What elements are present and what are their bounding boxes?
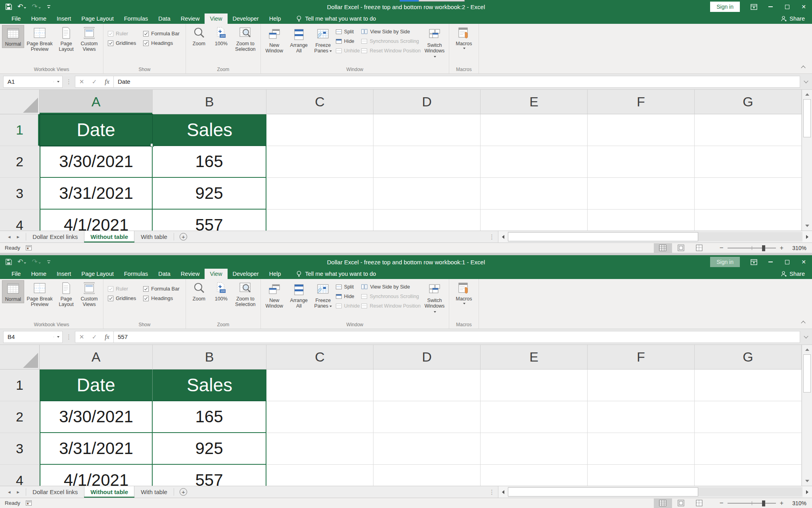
tab-formulas[interactable]: Formulas bbox=[119, 269, 153, 279]
cell-a1[interactable]: Date bbox=[40, 114, 153, 146]
vertical-scrollbar[interactable] bbox=[802, 90, 812, 231]
cell-d4[interactable] bbox=[373, 210, 481, 231]
zoom-slider-thumb[interactable] bbox=[762, 245, 765, 251]
page-break-preview-button[interactable]: Page Break Preview bbox=[24, 25, 55, 53]
cell-a2[interactable]: 3/30/2021 bbox=[40, 146, 153, 178]
tab-file[interactable]: File bbox=[6, 269, 26, 279]
column-header-a[interactable]: A bbox=[40, 345, 153, 369]
close-button[interactable]: ✕ bbox=[795, 0, 812, 13]
hide-button[interactable]: Hide bbox=[336, 37, 360, 45]
sheet-tab-with-table[interactable]: With table bbox=[134, 231, 174, 242]
zoom-out-icon[interactable]: − bbox=[720, 499, 724, 507]
split-button[interactable]: Split bbox=[336, 27, 360, 36]
cell-c3[interactable] bbox=[266, 433, 373, 465]
horizontal-scrollbar-thumb[interactable] bbox=[508, 487, 698, 496]
name-box[interactable]: A1 bbox=[3, 76, 63, 88]
macros-button[interactable]: Macros bbox=[451, 25, 477, 50]
zoom-button[interactable]: Zoom bbox=[188, 25, 210, 47]
cell-f4[interactable] bbox=[588, 465, 695, 486]
cell-f1[interactable] bbox=[588, 114, 695, 146]
vertical-scrollbar-thumb[interactable] bbox=[803, 99, 811, 137]
cell-f1[interactable] bbox=[588, 369, 695, 401]
sheet-nav-right-icon[interactable]: ▸ bbox=[17, 234, 20, 240]
tab-splitter-handle[interactable]: ⋮ bbox=[489, 489, 495, 496]
column-header-d[interactable]: D bbox=[373, 90, 481, 114]
horizontal-scrollbar-thumb[interactable] bbox=[508, 232, 698, 241]
split-button[interactable]: Split bbox=[336, 283, 360, 291]
zoom-to-selection-button[interactable]: Zoom to Selection bbox=[232, 280, 259, 308]
page-layout-view-button[interactable]: Page Layout bbox=[55, 25, 77, 53]
vertical-scrollbar-thumb[interactable] bbox=[803, 354, 811, 393]
cell-b4[interactable]: 557 bbox=[153, 465, 266, 486]
column-header-c[interactable]: C bbox=[266, 345, 373, 369]
cell-d2[interactable] bbox=[373, 146, 481, 178]
tab-formulas[interactable]: Formulas bbox=[119, 13, 153, 24]
reset-window-position-button[interactable]: Reset Window Position bbox=[361, 46, 421, 55]
cell-d2[interactable] bbox=[373, 401, 481, 433]
name-box[interactable]: B4 bbox=[3, 331, 63, 343]
horizontal-scrollbar[interactable] bbox=[498, 486, 812, 498]
share-button[interactable]: Share bbox=[781, 13, 805, 24]
insert-function-icon[interactable]: fx bbox=[101, 333, 113, 341]
formula-bar-splitter[interactable]: ⋮ bbox=[63, 333, 75, 341]
collapse-ribbon-button[interactable] bbox=[799, 319, 807, 325]
cell-b1[interactable]: Sales bbox=[153, 114, 266, 146]
formula-bar-input[interactable]: 557 bbox=[114, 331, 800, 343]
freeze-panes-button[interactable]: Freeze Panes bbox=[312, 27, 334, 55]
column-header-g[interactable]: G bbox=[695, 90, 802, 114]
cell-b3[interactable]: 925 bbox=[153, 433, 266, 465]
cell-g1[interactable] bbox=[695, 369, 802, 401]
new-window-button[interactable]: New Window bbox=[263, 27, 286, 55]
cell-a3[interactable]: 3/31/2021 bbox=[40, 178, 153, 210]
tab-home[interactable]: Home bbox=[26, 269, 52, 279]
synchronous-scrolling-button[interactable]: Synchronous Scrolling bbox=[361, 37, 421, 45]
arrange-all-button[interactable]: Arrange All bbox=[287, 27, 310, 55]
cell-a4[interactable]: 4/1/2021 bbox=[40, 465, 153, 486]
minimize-button[interactable] bbox=[762, 0, 779, 13]
cell-d1[interactable] bbox=[373, 369, 481, 401]
page-break-preview-toggle[interactable] bbox=[690, 243, 709, 253]
column-header-f[interactable]: F bbox=[588, 90, 695, 114]
save-icon[interactable] bbox=[6, 259, 12, 265]
new-sheet-button[interactable]: + bbox=[174, 486, 193, 498]
customize-quick-access-toolbar-icon[interactable] bbox=[46, 4, 51, 9]
name-box-dropdown[interactable] bbox=[54, 336, 62, 338]
tab-developer[interactable]: Developer bbox=[228, 13, 264, 24]
normal-view-button[interactable]: Normal bbox=[2, 280, 24, 303]
close-button[interactable]: ✕ bbox=[795, 255, 812, 269]
cell-e3[interactable] bbox=[481, 178, 588, 210]
custom-views-button[interactable]: Custom Views bbox=[77, 25, 101, 53]
undo-button[interactable]: ↶ bbox=[17, 258, 26, 266]
tell-me-box[interactable]: Tell me what you want to do bbox=[296, 13, 376, 24]
row-header-3[interactable]: 3 bbox=[0, 433, 40, 465]
row-header-3[interactable]: 3 bbox=[0, 178, 40, 210]
zoom-level-label[interactable]: 310% bbox=[787, 500, 806, 506]
cell-e1[interactable] bbox=[481, 114, 588, 146]
tab-splitter-handle[interactable]: ⋮ bbox=[489, 233, 495, 241]
gridlines-checkbox[interactable]: Gridlines bbox=[108, 295, 136, 301]
cell-g4[interactable] bbox=[695, 465, 802, 486]
cell-g2[interactable] bbox=[695, 146, 802, 178]
zoom-to-selection-button[interactable]: Zoom to Selection bbox=[232, 25, 259, 53]
sheet-tab-with-table[interactable]: With table bbox=[134, 486, 174, 498]
cell-d3[interactable] bbox=[373, 433, 481, 465]
cell-c2[interactable] bbox=[266, 401, 373, 433]
cell-b3[interactable]: 925 bbox=[153, 178, 266, 210]
minimize-button[interactable] bbox=[762, 255, 779, 269]
synchronous-scrolling-button[interactable]: Synchronous Scrolling bbox=[361, 292, 421, 300]
select-all-corner[interactable] bbox=[0, 90, 40, 114]
normal-view-button[interactable]: Normal bbox=[2, 25, 24, 48]
unhide-button[interactable]: Unhide bbox=[336, 46, 360, 55]
cell-b4[interactable]: 557 bbox=[153, 210, 266, 231]
tab-help[interactable]: Help bbox=[264, 13, 286, 24]
sheet-nav-left-icon[interactable]: ◂ bbox=[8, 489, 11, 495]
cell-g3[interactable] bbox=[695, 433, 802, 465]
vertical-scrollbar[interactable] bbox=[802, 345, 812, 486]
scroll-up-icon[interactable] bbox=[802, 90, 812, 99]
headings-checkbox[interactable]: Headings bbox=[143, 295, 180, 301]
unhide-button[interactable]: Unhide bbox=[336, 302, 360, 310]
tab-developer[interactable]: Developer bbox=[228, 269, 264, 279]
cell-g2[interactable] bbox=[695, 401, 802, 433]
tab-view[interactable]: View bbox=[205, 269, 227, 279]
cell-g1[interactable] bbox=[695, 114, 802, 146]
